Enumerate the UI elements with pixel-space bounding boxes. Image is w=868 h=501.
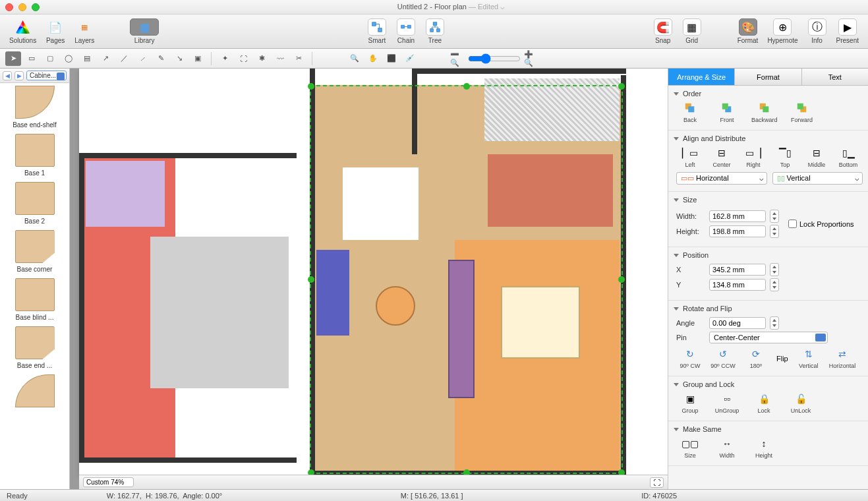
flip-horizontal-button[interactable]: ⇄Horizontal bbox=[829, 347, 856, 369]
section-header-rotate[interactable]: Rotate and Flip bbox=[674, 305, 863, 312]
ungroup-button[interactable]: ▫▫UnGroup bbox=[714, 392, 739, 414]
eyedropper-tool[interactable]: 💉 bbox=[402, 51, 418, 66]
close-window-button[interactable] bbox=[5, 3, 13, 11]
same-height-button[interactable]: ↕Height bbox=[751, 437, 776, 459]
segment-tool[interactable]: ／ bbox=[116, 51, 132, 66]
section-header-size[interactable]: Size bbox=[674, 196, 863, 204]
tab-arrange[interactable]: Arrange & Size bbox=[668, 69, 735, 85]
angle-input[interactable] bbox=[709, 317, 766, 329]
resize-handle-n[interactable] bbox=[463, 83, 470, 90]
break-tool[interactable]: ✂ bbox=[291, 51, 306, 66]
arc-tool[interactable]: ⟋ bbox=[134, 51, 150, 66]
width-stepper[interactable] bbox=[770, 210, 779, 223]
section-header-same[interactable]: Make Same bbox=[674, 425, 863, 433]
y-input[interactable] bbox=[709, 279, 766, 291]
same-width-button[interactable]: ↔Width bbox=[714, 437, 739, 459]
align-top-button[interactable]: ▔▯Top bbox=[772, 146, 797, 168]
tab-text[interactable]: Text bbox=[802, 69, 868, 85]
lock-proportions-checkbox[interactable]: Lock Proportions bbox=[788, 208, 854, 240]
rect-tool[interactable]: ▢ bbox=[42, 51, 58, 66]
rect-select-tool[interactable]: ▭ bbox=[24, 51, 40, 66]
library-back-button[interactable]: ◀ bbox=[3, 71, 12, 80]
library-item[interactable]: Base end-shelf bbox=[3, 86, 67, 129]
library-item[interactable] bbox=[3, 374, 67, 407]
edit-points-tool[interactable]: ✦ bbox=[217, 51, 233, 66]
pin-select[interactable]: Center-Center bbox=[709, 332, 828, 343]
library-forward-button[interactable]: ▶ bbox=[14, 71, 24, 80]
zoom-in-button[interactable]: ➕🔍 bbox=[523, 51, 539, 66]
section-header-group[interactable]: Group and Lock bbox=[674, 380, 863, 388]
snap-button[interactable]: 🧲Snap bbox=[649, 17, 677, 45]
section-header-position[interactable]: Position bbox=[674, 251, 863, 259]
chain-button[interactable]: Chain bbox=[392, 17, 420, 45]
stamp-mode-tool[interactable]: ⬛ bbox=[384, 51, 399, 66]
library-item[interactable]: Base corner bbox=[3, 230, 67, 273]
distribute-vertical-select[interactable]: ▯▯ Vertical ⌵ bbox=[772, 172, 863, 185]
rotate-ccw-button[interactable]: ↺90º CCW bbox=[710, 347, 736, 369]
layers-button[interactable]: ▦Layers bbox=[71, 17, 98, 45]
pen-tool[interactable]: ✎ bbox=[153, 51, 169, 66]
library-item[interactable]: Base 2 bbox=[3, 182, 67, 225]
align-right-button[interactable]: ▭▕Right bbox=[741, 146, 766, 168]
width-input[interactable] bbox=[709, 210, 766, 222]
selection-box[interactable] bbox=[310, 85, 623, 474]
library-item[interactable]: Base end ... bbox=[3, 326, 67, 369]
fit-icon[interactable]: ⛶ bbox=[650, 477, 664, 488]
ellipse-tool[interactable]: ◯ bbox=[61, 51, 76, 66]
order-forward-button[interactable]: Forward bbox=[790, 102, 815, 123]
connector-tool[interactable]: ↘ bbox=[171, 51, 187, 66]
solutions-button[interactable]: Solutions bbox=[5, 17, 40, 45]
smart-button[interactable]: Smart bbox=[363, 17, 391, 45]
align-center-button[interactable]: ⊟Center bbox=[709, 146, 734, 168]
library-select[interactable]: Cabine... bbox=[26, 71, 67, 80]
library-button[interactable]: ▦Library bbox=[126, 17, 163, 45]
lock-button[interactable]: 🔒Lock bbox=[751, 392, 776, 414]
align-left-button[interactable]: ▏▭Left bbox=[678, 146, 703, 168]
tree-button[interactable]: Tree bbox=[421, 17, 449, 45]
angle-stepper[interactable] bbox=[770, 316, 779, 330]
align-middle-button[interactable]: ⊟Middle bbox=[804, 146, 829, 168]
rotate-cw-button[interactable]: ↻90º CW bbox=[678, 347, 703, 369]
pages-button[interactable]: 📄Pages bbox=[42, 17, 69, 45]
height-input[interactable] bbox=[709, 225, 766, 237]
resize-handle-ne[interactable] bbox=[618, 83, 625, 90]
grid-button[interactable]: ▦Grid bbox=[678, 17, 706, 45]
tab-format[interactable]: Format bbox=[735, 69, 801, 85]
section-header-align[interactable]: Align and Distribute bbox=[674, 134, 863, 142]
zoom-tool[interactable]: 🔍 bbox=[347, 51, 362, 66]
zoom-out-button[interactable]: ➖🔍 bbox=[449, 51, 465, 66]
library-list[interactable]: Base end-shelf Base 1 Base 2 Base corner… bbox=[0, 83, 69, 489]
same-size-button[interactable]: ▢▢Size bbox=[678, 437, 703, 459]
edited-indicator[interactable]: — Edited bbox=[469, 3, 498, 11]
drawing-page[interactable] bbox=[79, 69, 668, 475]
distribute-horizontal-select[interactable]: ▭▭ Horizontal ⌵ bbox=[676, 172, 767, 185]
flip-vertical-button[interactable]: ⇅Vertical bbox=[796, 347, 821, 369]
hypernote-button[interactable]: ⊕Hypernote bbox=[763, 17, 801, 45]
unlock-button[interactable]: 🔓UnLock bbox=[788, 392, 813, 414]
resize-handle-nw[interactable] bbox=[308, 83, 314, 90]
format-panel-button[interactable]: 🎨Format bbox=[734, 17, 763, 45]
text-tool[interactable]: ▤ bbox=[79, 51, 95, 66]
library-item[interactable]: Base blind ... bbox=[3, 278, 67, 321]
transform-tool[interactable]: ⛶ bbox=[235, 51, 251, 66]
align-bottom-button[interactable]: ▯▁Bottom bbox=[836, 146, 861, 168]
select-tool[interactable]: ➤ bbox=[5, 51, 21, 66]
node-tool[interactable]: ✱ bbox=[254, 51, 270, 66]
minimize-window-button[interactable] bbox=[18, 3, 26, 11]
resize-handle-w[interactable] bbox=[308, 276, 314, 283]
resize-handle-e[interactable] bbox=[618, 276, 625, 283]
library-item[interactable]: Base 1 bbox=[3, 134, 67, 177]
path-tool[interactable]: 〰 bbox=[272, 51, 288, 66]
height-stepper[interactable] bbox=[770, 225, 779, 238]
order-back-button[interactable]: Back bbox=[678, 102, 703, 123]
canvas[interactable]: Custom 74% ⛶ bbox=[70, 69, 668, 489]
info-button[interactable]: ⓘInfo bbox=[803, 17, 831, 45]
zoom-slider[interactable] bbox=[468, 53, 521, 64]
zoom-window-button[interactable] bbox=[32, 3, 40, 11]
x-input[interactable] bbox=[709, 264, 766, 276]
order-backward-button[interactable]: Backward bbox=[751, 102, 778, 123]
pan-tool[interactable]: ✋ bbox=[365, 51, 381, 66]
rotate-180-button[interactable]: ⟳180º bbox=[743, 347, 768, 369]
y-stepper[interactable] bbox=[770, 278, 779, 291]
x-stepper[interactable] bbox=[770, 263, 779, 276]
